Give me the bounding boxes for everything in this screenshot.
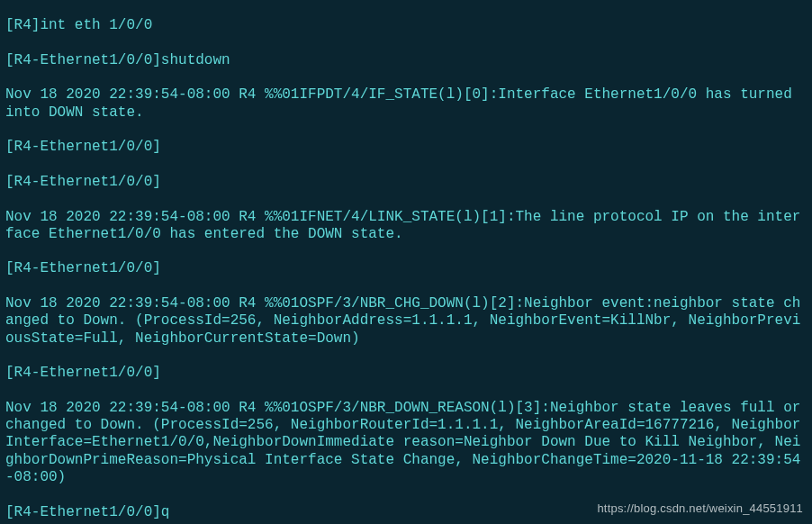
cli-line: Nov 18 2020 22:39:54-08:00 R4 %%01OSPF/3… — [5, 400, 805, 486]
terminal-output[interactable]: [R4]int eth 1/0/0 [R4-Ethernet1/0/0]shut… — [0, 0, 812, 524]
cli-line: [R4-Ethernet1/0/0] — [5, 365, 805, 382]
cli-line: [R4-Ethernet1/0/0] — [5, 174, 805, 191]
cli-line: [R4-Ethernet1/0/0]shutdown — [5, 52, 805, 69]
cli-line: [R4-Ethernet1/0/0] — [5, 260, 805, 277]
cli-line: [R4-Ethernet1/0/0] — [5, 139, 805, 156]
cli-line: [R4]int eth 1/0/0 — [5, 17, 805, 34]
cli-line: Nov 18 2020 22:39:54-08:00 R4 %%01IFPDT/… — [5, 86, 805, 122]
watermark-text: https://blog.csdn.net/weixin_44551911 — [597, 500, 803, 517]
cli-line: Nov 18 2020 22:39:54-08:00 R4 %%01OSPF/3… — [5, 295, 805, 348]
cli-line: Nov 18 2020 22:39:54-08:00 R4 %%01IFNET/… — [5, 209, 805, 244]
